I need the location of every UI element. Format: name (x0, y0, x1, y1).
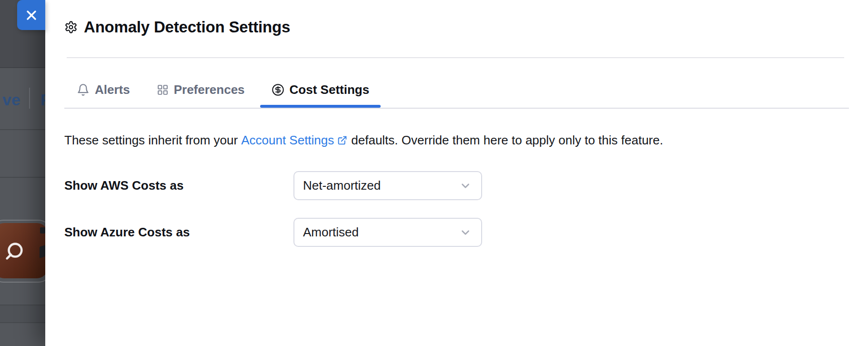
tab-cost-settings-label: Cost Settings (290, 82, 370, 97)
background-divider (0, 322, 45, 323)
aws-costs-label: Show AWS Costs as (64, 178, 293, 193)
tab-alerts-label: Alerts (95, 82, 130, 97)
azure-costs-label: Show Azure Costs as (64, 225, 293, 240)
drawer-title: Anomaly Detection Settings (84, 18, 290, 36)
bell-icon (77, 83, 90, 96)
background-divider (0, 305, 45, 305)
header-divider (67, 57, 844, 58)
settings-tabs: Alerts Preferences Cost Settings (65, 71, 381, 108)
chevron-down-icon (459, 226, 472, 239)
tab-cost-settings[interactable]: Cost Settings (260, 71, 381, 108)
external-link-icon (337, 135, 347, 145)
aws-costs-select[interactable]: Net-amortized (293, 171, 482, 200)
background-nav-fragment: ve (2, 91, 20, 109)
tab-preferences-label: Preferences (174, 82, 245, 97)
tab-preferences[interactable]: Preferences (145, 71, 256, 108)
note-prefix: These settings inherit from your (64, 133, 238, 147)
note-suffix: defaults. Override them here to apply on… (351, 133, 663, 147)
aws-costs-selected-value: Net-amortized (303, 178, 381, 193)
app-tile (0, 223, 45, 278)
modal-backdrop[interactable]: ve F (0, 0, 45, 346)
background-divider (0, 177, 45, 178)
background-text-fragment (40, 245, 45, 258)
chevron-down-icon (459, 180, 472, 192)
background-band (0, 305, 45, 322)
screen: ve F Anomaly Detection Settings (0, 0, 868, 346)
search-icon (3, 240, 25, 262)
tabs-divider (64, 108, 849, 109)
tab-alerts[interactable]: Alerts (65, 71, 141, 108)
close-button[interactable] (17, 0, 45, 30)
drawer-header: Anomaly Detection Settings (64, 18, 290, 36)
dollar-circle-icon (272, 83, 284, 96)
background-divider (0, 67, 45, 68)
background-nav-separator (29, 88, 30, 109)
close-icon (24, 8, 39, 23)
azure-costs-row: Show Azure Costs as Amortised (64, 218, 482, 247)
inheritance-note: These settings inherit from yourAccount … (64, 132, 663, 148)
anomaly-settings-drawer: Anomaly Detection Settings Alerts Prefer… (45, 0, 868, 346)
azure-costs-selected-value: Amortised (303, 225, 359, 240)
azure-costs-select[interactable]: Amortised (293, 218, 482, 247)
background-divider (0, 129, 45, 130)
background-text-fragment (40, 227, 45, 234)
background-nav-fragment: F (40, 91, 45, 109)
account-settings-link[interactable]: Account Settings (241, 133, 334, 147)
gear-icon (64, 20, 78, 34)
layout-grid-icon (157, 84, 169, 96)
aws-costs-row: Show AWS Costs as Net-amortized (64, 171, 482, 200)
